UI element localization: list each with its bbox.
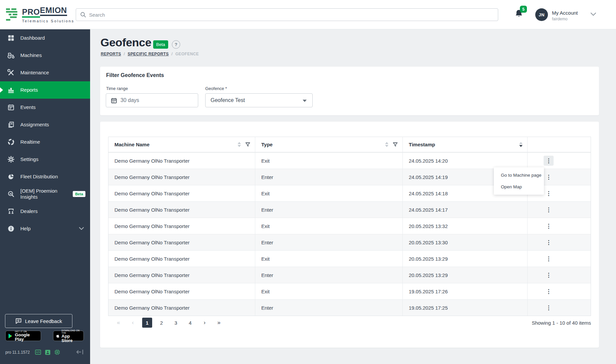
pagination-prev-button[interactable]: ‹ [128, 318, 138, 328]
row-actions-kebab-icon[interactable]: ⋮ [544, 188, 554, 198]
sidebar-item-reports[interactable]: Reports [0, 81, 90, 99]
cell-machine-name: Demo Germany OlNo Transporter [108, 267, 255, 283]
sidebar: Dashboard Machines Maintenance Reports [0, 29, 90, 364]
column-header-type[interactable]: Type [255, 137, 402, 152]
column-header-timestamp[interactable]: Timestamp [402, 137, 527, 152]
cell-timestamp: 20.05.2025 13:29 [402, 251, 527, 267]
row-actions-kebab-icon[interactable]: ⋮ [544, 221, 554, 231]
sidebar-item-maintenance[interactable]: Maintenance [0, 64, 90, 81]
geofence-events-card: Machine Name Type [100, 122, 599, 348]
pagination-page-2[interactable]: 2 [157, 318, 167, 328]
leave-feedback-button[interactable]: Leave Feedback [5, 314, 72, 328]
row-actions-kebab-icon[interactable]: ⋮ [544, 237, 554, 247]
geofence-label: Geofence * [205, 86, 227, 91]
brand-emion: EMION [40, 6, 67, 16]
cell-machine-name: Demo Germany OlNo Transporter [108, 283, 255, 299]
sidebar-item-realtime[interactable]: Realtime [0, 133, 90, 151]
chip-icon[interactable] [54, 349, 60, 355]
table-row: Demo Germany OlNo Transporter Exit 20.05… [108, 250, 591, 267]
breadcrumb-current: GEOFENCE [175, 52, 199, 56]
tools-icon [7, 69, 15, 76]
geofence-select[interactable]: Geofence Test [205, 93, 313, 107]
row-actions-kebab-icon[interactable]: ⋮ [544, 270, 554, 280]
row-actions-kebab-icon[interactable]: ⋮ [544, 156, 554, 166]
sidebar-item-events[interactable]: Events [0, 99, 90, 116]
pagination-page-4[interactable]: 4 [185, 318, 195, 328]
pagination-page-3[interactable]: 3 [171, 318, 181, 328]
global-search[interactable] [76, 8, 498, 21]
sort-icon-timestamp-desc[interactable] [519, 142, 523, 147]
sort-icon-type[interactable] [385, 142, 388, 147]
sidebar-item-fleet-distribution[interactable]: Fleet Distribution [0, 168, 90, 185]
pagination-last-button[interactable]: » [214, 318, 224, 328]
cell-machine-name: Demo Germany OlNo Transporter [108, 218, 255, 234]
app-store-badges: GET IT ON Google Play Download on the Ap… [5, 331, 84, 341]
pagination-next-button[interactable]: › [200, 318, 210, 328]
column-header-machine-name[interactable]: Machine Name [108, 137, 255, 152]
bar-chart-icon [7, 86, 15, 94]
breadcrumb-separator: / [124, 52, 125, 56]
cell-machine-name: Demo Germany OlNo Transporter [108, 234, 255, 250]
breadcrumb-reports[interactable]: REPORTS [101, 52, 121, 56]
dashboard-icon [7, 34, 15, 42]
cell-timestamp: 24.05.2025 14:20 [402, 153, 527, 169]
row-actions-kebab-icon[interactable]: ⋮ [544, 172, 554, 182]
cell-type: Exit [255, 153, 402, 169]
cell-timestamp: 20.05.2025 13:32 [402, 218, 527, 234]
as-line1: Download on the [61, 329, 80, 334]
cell-timestamp: 19.05.2025 17:26 [402, 283, 527, 299]
search-input[interactable] [89, 12, 456, 18]
cell-machine-name: Demo Germany OlNo Transporter [108, 185, 255, 201]
table-row: Demo Germany OlNo Transporter Enter 24.0… [108, 201, 591, 218]
contact-card-icon[interactable] [45, 350, 50, 355]
page-title: Geofence [100, 36, 151, 49]
sidebar-item-dashboard[interactable]: Dashboard [0, 29, 90, 47]
avatar[interactable]: JN [535, 8, 548, 21]
sidebar-item-machines[interactable]: Machines [0, 47, 90, 64]
google-play-badge[interactable]: GET IT ON Google Play [5, 331, 41, 341]
sidebar-item-settings[interactable]: Settings [0, 151, 90, 168]
insights-magnifier-icon [7, 190, 15, 198]
row-actions-kebab-icon[interactable]: ⋮ [544, 286, 554, 296]
account-org: fairdemo [552, 17, 568, 21]
app-store-badge[interactable]: Download on the App Store [53, 331, 84, 341]
cell-type: Exit [255, 283, 402, 299]
filter-funnel-icon-type[interactable] [393, 142, 398, 147]
sidebar-item-label: Assignments [20, 122, 49, 128]
row-actions-kebab-icon[interactable]: ⋮ [544, 303, 554, 313]
row-actions-kebab-icon[interactable]: ⋮ [544, 205, 554, 215]
row-actions-kebab-icon[interactable]: ⋮ [544, 254, 554, 264]
notifications-button[interactable]: 5 [514, 9, 525, 21]
cell-type: Enter [255, 300, 402, 316]
code-console-icon[interactable] [35, 350, 41, 355]
cell-machine-name: Demo Germany OlNo Transporter [108, 169, 255, 185]
tractor-icon [7, 52, 15, 59]
sort-icon-machine-name[interactable] [238, 142, 241, 147]
brand-pro: PRO [22, 6, 40, 18]
version-row: pro 11.1.1572 [5, 349, 60, 355]
proemion-logo[interactable]: PROEMION Telematics Solutions [6, 6, 74, 23]
time-range-input[interactable]: 30 days [106, 93, 198, 107]
menu-item-go-to-machine-page[interactable]: Go to Machine page [494, 169, 544, 181]
apple-icon [56, 333, 59, 339]
pagination-first-button[interactable]: « [113, 318, 123, 328]
filter-funnel-icon-machine-name[interactable] [245, 142, 250, 147]
select-caret-icon [303, 100, 307, 102]
cell-machine-name: Demo Germany OlNo Transporter [108, 153, 255, 169]
sidebar-item-help[interactable]: Help [0, 220, 90, 237]
sidebar-item-assignments[interactable]: Assignments [0, 116, 90, 133]
sidebar-item-label: Machines [20, 52, 42, 58]
notification-count-badge: 5 [520, 6, 527, 13]
feedback-label: Leave Feedback [25, 318, 62, 324]
sidebar-item-dealers[interactable]: Dealers [0, 203, 90, 220]
menu-item-open-map[interactable]: Open Map [494, 181, 544, 193]
collapse-sidebar-icon[interactable] [75, 348, 84, 356]
table-row: Demo Germany OlNo Transporter Exit 19.05… [108, 283, 591, 299]
pagination-page-1[interactable]: 1 [142, 318, 152, 328]
account-menu-chevron-icon[interactable] [590, 12, 597, 17]
help-question-icon[interactable]: ? [172, 40, 180, 49]
dealers-org-icon [7, 208, 15, 215]
breadcrumb-specific-reports[interactable]: SPECIFIC REPORTS [128, 52, 169, 56]
sidebar-item-oem-proemion-insights[interactable]: [OEM] Proemion Insights Beta [0, 185, 90, 203]
column-header-actions [527, 137, 591, 152]
